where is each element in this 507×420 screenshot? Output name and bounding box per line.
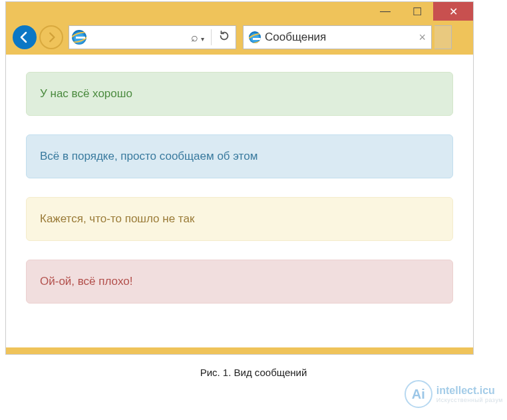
watermark-brand: intellect.icu	[436, 385, 503, 397]
refresh-icon[interactable]	[218, 30, 230, 45]
window-titlebar: — ☐ ✕	[6, 2, 473, 21]
tab-title: Сообщения	[265, 31, 419, 44]
new-tab-button[interactable]	[434, 25, 452, 49]
browser-tab[interactable]: Сообщения ×	[243, 25, 432, 49]
address-bar[interactable]: ⌕ ▾	[69, 25, 236, 49]
arrow-right-icon	[45, 31, 57, 43]
watermark-logo-icon: Ai	[405, 380, 432, 408]
nav-back-button[interactable]	[13, 25, 37, 49]
figure-caption: Рис. 1. Вид сообщений	[0, 367, 507, 378]
search-icon[interactable]: ⌕	[191, 31, 198, 45]
tab-favicon	[249, 31, 261, 43]
browser-toolbar: ⌕ ▾ Сообщения ×	[6, 21, 473, 55]
watermark: Ai intellect.icu Искусственный разум	[405, 380, 503, 408]
ie-logo-icon	[72, 30, 86, 45]
tab-close-button[interactable]: ×	[419, 31, 426, 45]
divider	[211, 29, 212, 45]
page-content: У нас всё хорошо Всё в порядке, просто с…	[6, 55, 473, 347]
alert-info: Всё в порядке, просто сообщаем об этом	[26, 134, 453, 178]
window-minimize-button[interactable]: —	[369, 2, 401, 21]
alert-success: У нас всё хорошо	[26, 72, 453, 116]
search-dropdown-icon[interactable]: ▾	[201, 35, 204, 43]
alert-warning: Кажется, что-то пошло не так	[26, 197, 453, 241]
watermark-tagline: Искусственный разум	[436, 397, 503, 403]
browser-window: — ☐ ✕ ⌕ ▾ Сообщения ×	[5, 1, 474, 355]
window-close-button[interactable]: ✕	[433, 2, 473, 21]
window-bottom-border	[6, 347, 473, 354]
address-bar-controls: ⌕ ▾	[191, 29, 236, 45]
alert-danger: Ой-ой, всё плохо!	[26, 260, 453, 304]
arrow-left-icon	[18, 31, 31, 44]
nav-forward-button[interactable]	[39, 25, 63, 49]
site-icon	[69, 30, 89, 45]
window-maximize-button[interactable]: ☐	[401, 2, 433, 21]
